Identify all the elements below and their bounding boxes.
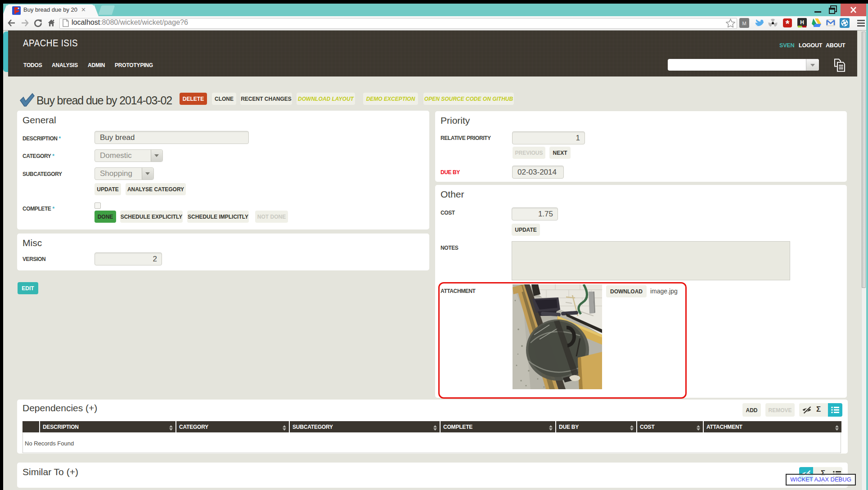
- svg-text:H: H: [800, 19, 804, 26]
- svg-text:M: M: [742, 21, 746, 26]
- svg-text:*: *: [786, 18, 790, 27]
